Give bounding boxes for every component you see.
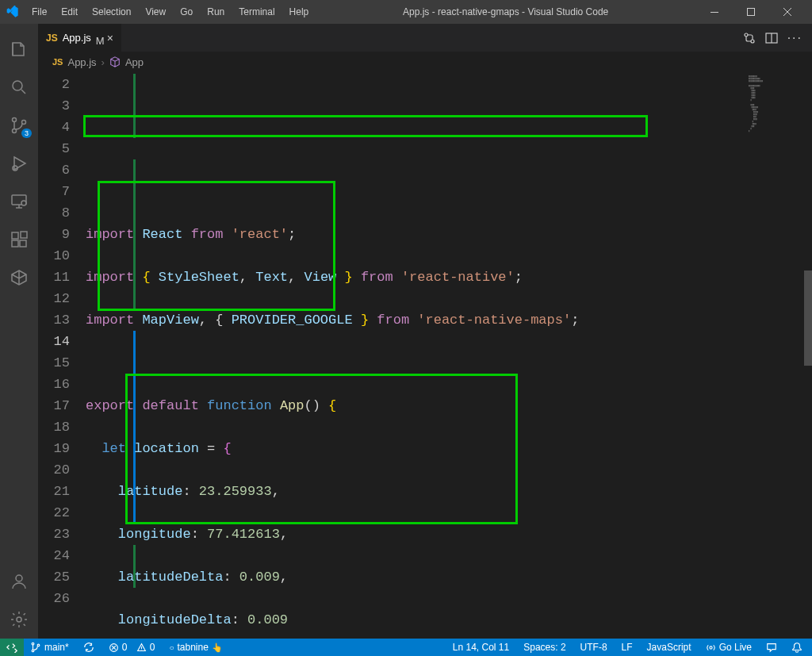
menu-go[interactable]: Go <box>174 3 199 21</box>
explorer-icon[interactable] <box>0 30 38 68</box>
close-button[interactable] <box>769 0 806 24</box>
vertical-scrollbar[interactable] <box>801 72 812 639</box>
annotation-box <box>83 115 648 137</box>
svg-point-23 <box>710 646 712 648</box>
sync-button[interactable] <box>80 642 98 653</box>
run-debug-icon[interactable] <box>0 144 38 182</box>
menu-file[interactable]: File <box>25 3 53 21</box>
menu-selection[interactable]: Selection <box>86 3 137 21</box>
js-file-icon: JS <box>52 57 63 67</box>
remote-explorer-icon[interactable] <box>0 182 38 221</box>
svg-point-15 <box>745 33 748 36</box>
search-icon[interactable] <box>0 68 38 106</box>
code-editor[interactable]: 2345678910111213141516171819202122232425… <box>38 72 812 639</box>
tab-app-js[interactable]: JS App.js M × <box>38 24 122 52</box>
menu-help[interactable]: Help <box>283 3 316 21</box>
svg-point-2 <box>13 81 22 90</box>
more-actions-icon[interactable]: ··· <box>787 31 802 45</box>
vscode-icon <box>6 6 19 18</box>
svg-rect-11 <box>20 240 26 247</box>
breadcrumb-file[interactable]: App.js <box>67 56 96 68</box>
remote-button[interactable] <box>0 639 24 656</box>
feedback-icon[interactable] <box>763 642 780 653</box>
minimap[interactable]: ████████████████████████████████████████… <box>745 72 801 639</box>
status-bar: main* 0 0 ○ tabnine 👆 Ln 14, Col 11 Spac… <box>0 639 812 656</box>
js-file-icon: JS <box>46 33 58 44</box>
minimize-button[interactable] <box>696 0 733 24</box>
svg-point-21 <box>37 644 40 646</box>
compare-changes-icon[interactable] <box>743 32 756 44</box>
cube-icon <box>109 56 121 67</box>
svg-point-13 <box>16 575 22 581</box>
chevron-right-icon: › <box>102 56 105 68</box>
cursor-position[interactable]: Ln 14, Col 11 <box>450 642 512 653</box>
scm-badge: 3 <box>21 129 32 138</box>
split-editor-icon[interactable] <box>765 32 778 44</box>
menu-view[interactable]: View <box>139 3 172 21</box>
accounts-icon[interactable] <box>0 562 38 600</box>
title-bar: File Edit Selection View Go Run Terminal… <box>0 0 812 24</box>
svg-point-8 <box>21 201 26 205</box>
editor-area: JS App.js M × ··· JS App.js › App 234567… <box>38 24 812 639</box>
menu-bar: File Edit Selection View Go Run Terminal… <box>25 3 315 21</box>
language-mode[interactable]: JavaScript <box>644 642 695 653</box>
line-number-gutter: 2345678910111213141516171819202122232425… <box>38 72 86 639</box>
tab-filename: App.js <box>63 32 91 44</box>
svg-rect-0 <box>710 12 718 13</box>
problems-button[interactable]: 0 0 <box>105 642 159 653</box>
window-controls <box>696 0 806 24</box>
window-title: App.js - react-native-gmaps - Visual Stu… <box>315 6 696 17</box>
tab-modified-indicator: M <box>96 35 102 41</box>
svg-point-16 <box>751 40 754 43</box>
menu-edit[interactable]: Edit <box>55 3 84 21</box>
svg-point-19 <box>32 643 34 645</box>
svg-point-20 <box>32 650 34 652</box>
svg-rect-1 <box>748 9 755 16</box>
svg-point-4 <box>13 129 17 133</box>
activity-bar: 3 <box>0 24 38 639</box>
docker-icon[interactable] <box>0 259 38 297</box>
tabs-bar: JS App.js M × ··· <box>38 24 812 52</box>
eol[interactable]: LF <box>619 642 636 653</box>
maximize-button[interactable] <box>733 0 769 24</box>
svg-rect-12 <box>21 232 27 238</box>
svg-point-3 <box>13 118 17 122</box>
menu-terminal[interactable]: Terminal <box>232 3 281 21</box>
svg-point-5 <box>22 121 26 125</box>
tabnine-status[interactable]: ○ tabnine 👆 <box>166 642 225 653</box>
tab-close-icon[interactable]: × <box>107 32 113 44</box>
encoding[interactable]: UTF-8 <box>577 642 611 653</box>
svg-point-14 <box>17 617 21 622</box>
go-live-button[interactable]: Go Live <box>703 642 755 653</box>
breadcrumb[interactable]: JS App.js › App <box>38 52 812 72</box>
extensions-icon[interactable] <box>0 221 38 259</box>
code-content[interactable]: import React from 'react'; import { Styl… <box>86 72 812 639</box>
source-control-icon[interactable]: 3 <box>0 106 38 144</box>
breadcrumb-symbol[interactable]: App <box>125 56 144 68</box>
settings-gear-icon[interactable] <box>0 600 38 639</box>
menu-run[interactable]: Run <box>201 3 231 21</box>
notifications-icon[interactable] <box>788 642 806 653</box>
git-branch[interactable]: main* <box>27 642 72 653</box>
indentation[interactable]: Spaces: 2 <box>520 642 569 653</box>
svg-rect-9 <box>12 232 18 239</box>
svg-rect-10 <box>12 240 18 247</box>
